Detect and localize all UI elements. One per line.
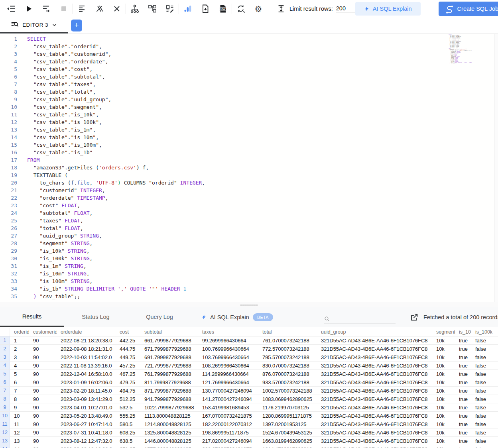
code-line[interactable]: 32 "is_10m" STRING,: [0, 270, 494, 277]
code-line[interactable]: 34 "is_1b" STRING DELIMITER ',' QUOTE '"…: [0, 285, 494, 293]
code-line[interactable]: 5 "csv_table"."cost",: [0, 65, 494, 73]
code-line[interactable]: 16 "csv_table"."is_1b": [0, 149, 494, 156]
table-row[interactable]: 33902022-10-03 11:54:02.0449.75691.79998…: [0, 353, 498, 362]
code-line[interactable]: 13 "csv_table"."is_1m",: [0, 126, 494, 134]
create-sql-job-button[interactable]: Create SQL Job: [439, 2, 498, 16]
code-line[interactable]: 21 "customerid" INTEGER,: [0, 187, 494, 194]
tab-query-log[interactable]: Query Log: [128, 307, 191, 327]
table-cell: 933.5700073242188: [258, 378, 317, 386]
edit-plan-button[interactable]: [161, 0, 179, 18]
column-header: total: [258, 328, 317, 336]
table-cell: 2: [10, 345, 29, 353]
code-line[interactable]: 7 "csv_table"."taxes",: [0, 81, 494, 88]
table-cell: 11: [10, 420, 29, 428]
table-cell: 90: [29, 378, 57, 386]
table-cell: 141.27000427246094: [198, 395, 258, 403]
code-line[interactable]: 8 "csv_table"."total",: [0, 88, 494, 96]
chevron-down-icon[interactable]: [51, 22, 57, 28]
table-row[interactable]: 1212902023-07-31 10:41:18.0608.251325.80…: [0, 428, 498, 437]
code-line[interactable]: 18 "amazonS3".getFiles ('orders.csv') f,: [0, 164, 494, 171]
tab-editor-3[interactable]: EDITOR 3: [0, 18, 68, 33]
explain-plan-button[interactable]: [126, 0, 144, 18]
row-number: 14: [0, 445, 10, 448]
limit-rows-input[interactable]: [336, 5, 355, 12]
table-row[interactable]: 1414902023-09-08 18:10:38.0671.251577.80…: [0, 445, 498, 448]
code-line[interactable]: 14 "csv_table"."is_10m",: [0, 134, 494, 141]
table-cell: true: [455, 345, 471, 353]
code-line[interactable]: 33 "is_100m" STRING,: [0, 277, 494, 285]
table-cell: true: [455, 362, 471, 369]
sql-editor[interactable]: 1SELECT2 "csv_table"."orderid",3 "csv_ta…: [0, 34, 494, 302]
code-line[interactable]: 4 "csv_table"."orderdate",: [0, 58, 494, 65]
code-line[interactable]: 26 "total" FLOAT,: [0, 224, 494, 232]
table-cell: 1113.800048828125: [140, 412, 198, 420]
code-line[interactable]: 3 "csv_table"."customerid",: [0, 50, 494, 58]
code-line[interactable]: 1SELECT: [0, 35, 494, 43]
table-cell: 1: [10, 336, 29, 344]
code-line[interactable]: 24 "subtotal" FLOAT,: [0, 209, 494, 217]
run-query-button[interactable]: [20, 0, 37, 18]
table-row[interactable]: 1313902023-08-12 12:47:32.0638.51446.800…: [0, 437, 498, 445]
refresh-results-button[interactable]: [232, 0, 250, 18]
code-line[interactable]: 10 "csv_table"."segment",: [0, 103, 494, 111]
table-row[interactable]: 99902023-04-01 10:27:01.0532.51022.79998…: [0, 403, 498, 412]
code-line[interactable]: 28 "segment" STRING,: [0, 240, 494, 247]
code-line[interactable]: 6 "csv_table"."subtotal",: [0, 73, 494, 81]
table-cell: 830.0700073242188: [258, 362, 317, 369]
table-row[interactable]: 1111902023-06-27 10:47:14.0580.51214.800…: [0, 420, 498, 428]
code-line[interactable]: 29 "is_10k" STRING,: [0, 247, 494, 255]
table-row[interactable]: 22902022-09-08 18:21:31.0444.75671.79998…: [0, 345, 498, 353]
code-line[interactable]: 25 "taxes" FLOAT,: [0, 217, 494, 224]
code-line[interactable]: 31 "is_1m" STRING,: [0, 262, 494, 270]
run-selected-button[interactable]: [37, 0, 55, 18]
table-row[interactable]: 44902022-11-08 13:39:16.0457.25721.79998…: [0, 362, 498, 370]
editor-scrollbar[interactable]: [494, 34, 498, 302]
toggle-comment-button[interactable]: [91, 0, 108, 18]
export-csv-button[interactable]: CSV: [214, 0, 232, 18]
collapse-editor-button[interactable]: [2, 0, 20, 18]
beta-badge: BETA: [253, 313, 273, 321]
code-line[interactable]: 15 "csv_table"."is_100m",: [0, 141, 494, 149]
results-search-input[interactable]: [333, 316, 392, 322]
limit-rows-group: Limit result rows:: [277, 4, 355, 14]
new-file-button[interactable]: [197, 0, 214, 18]
add-editor-tab-button[interactable]: +: [71, 20, 82, 31]
chart-view-button[interactable]: [179, 0, 197, 18]
code-line[interactable]: 11 "csv_table"."is_10k",: [0, 111, 494, 118]
code-line[interactable]: 30 "is_100k" STRING,: [0, 255, 494, 262]
open-results-window-button[interactable]: [410, 313, 419, 322]
row-number: 3: [0, 353, 10, 361]
code-line[interactable]: 22 "orderdate" TIMESTAMP,: [0, 194, 494, 202]
code-line[interactable]: 27 "uuid_group" STRING,: [0, 232, 494, 240]
table-row[interactable]: 55902022-12-04 16:58:10.0467.25761.79998…: [0, 370, 498, 378]
table-row[interactable]: 88902023-03-09 13:41:29.0512.25941.79998…: [0, 395, 498, 403]
execution-plan-button[interactable]: [144, 0, 161, 18]
column-header: orderid: [10, 328, 29, 336]
table-cell: 876.0700073242188: [258, 370, 317, 378]
table-cell: 321D55AC-AD43-4B6E-AA46-6F1CB1076FC8: [317, 412, 432, 420]
settings-button[interactable]: ⚙: [250, 0, 267, 18]
code-line[interactable]: 23 "cost" FLOAT,: [0, 202, 494, 209]
table-cell: 671.7999877929688: [140, 345, 198, 353]
code-line[interactable]: 2 "csv_table"."orderid",: [0, 43, 494, 50]
code-line[interactable]: 20 to_chars (f.file, 'UTF-8') COLUMNS "o…: [0, 179, 494, 187]
code-line[interactable]: 17FROM: [0, 156, 494, 164]
table-row[interactable]: 66902023-01-09 16:02:06.0479.75811.79998…: [0, 378, 498, 387]
minimap[interactable]: SELECT "csv_table"."orderid", "csv_table…: [449, 34, 472, 82]
tab-ai-sql-explain[interactable]: AI SQL Explain BETA: [191, 307, 283, 327]
table-row[interactable]: 1010902023-05-20 13:48:49.0555.251113.80…: [0, 412, 498, 420]
table-cell: 217.02000427246094: [198, 437, 258, 445]
format-sql-button[interactable]: [73, 0, 91, 18]
code-line[interactable]: 9 "csv_table"."uuid_group",: [0, 96, 494, 103]
code-line[interactable]: 35 ) "csv_table";;: [0, 293, 494, 300]
tab-results[interactable]: Results: [0, 307, 64, 327]
table-row[interactable]: 11902022-08-21 18:20:38.0442.25661.79998…: [0, 336, 498, 345]
table-cell: 90: [29, 437, 57, 445]
splitter-handle[interactable]: [240, 303, 258, 306]
ai-sql-explain-button[interactable]: AI SQL Explain: [355, 2, 421, 16]
tab-status-log[interactable]: Status Log: [64, 307, 128, 327]
code-line[interactable]: 12 "csv_table"."is_100k",: [0, 118, 494, 126]
clear-editor-button[interactable]: [108, 0, 126, 18]
table-row[interactable]: 77902023-02-20 18:11:45.0494.75871.79998…: [0, 387, 498, 395]
code-line[interactable]: 19 TEXTTABLE (: [0, 171, 494, 179]
